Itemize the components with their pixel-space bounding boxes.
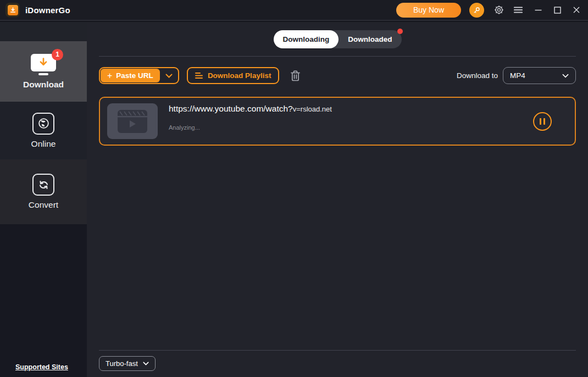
plus-icon: + bbox=[107, 71, 112, 80]
sidebar-top-strip bbox=[0, 22, 87, 41]
paste-url-dropdown-button[interactable] bbox=[160, 68, 178, 83]
tab-downloading[interactable]: Downloading bbox=[274, 30, 339, 48]
film-clapper-icon bbox=[118, 110, 147, 133]
video-thumbnail-placeholder bbox=[107, 103, 158, 139]
gear-icon bbox=[493, 4, 504, 15]
format-value: MP4 bbox=[510, 71, 525, 80]
toolbar-divider bbox=[99, 56, 576, 57]
paste-url-button[interactable]: + Paste URL bbox=[101, 69, 160, 82]
sidebar-item-online[interactable]: Online bbox=[0, 102, 87, 159]
download-task-row: https://www.youtube.com/watch?v=rsload.n… bbox=[99, 97, 576, 146]
maximize-button[interactable] bbox=[553, 6, 561, 14]
chevron-down-icon bbox=[562, 74, 569, 78]
globe-icon bbox=[32, 113, 54, 135]
paste-url-label: Paste URL bbox=[116, 71, 153, 80]
title-bar: iDownerGo Buy Now bbox=[0, 0, 588, 21]
bottom-divider bbox=[99, 350, 576, 351]
download-playlist-button[interactable]: Download Playlist bbox=[187, 67, 280, 84]
chevron-down-icon bbox=[143, 362, 149, 365]
sidebar-item-label: Online bbox=[31, 139, 56, 149]
close-button[interactable] bbox=[573, 6, 580, 14]
sidebar-item-label: Download bbox=[23, 80, 64, 90]
download-status: Analyzing... bbox=[169, 124, 332, 131]
download-count-badge: 1 bbox=[52, 49, 63, 60]
chevron-down-icon bbox=[165, 74, 173, 78]
pause-icon bbox=[540, 118, 541, 125]
buy-now-button[interactable]: Buy Now bbox=[396, 3, 461, 18]
license-key-button[interactable] bbox=[469, 3, 484, 18]
key-icon bbox=[473, 6, 481, 14]
settings-button[interactable] bbox=[493, 4, 504, 15]
speed-mode-value: Turbo-fast bbox=[106, 359, 138, 368]
tab-downloaded[interactable]: Downloaded bbox=[339, 30, 401, 48]
speed-mode-select[interactable]: Turbo-fast bbox=[99, 356, 156, 371]
sidebar: 1 Download Online Convert Supported Site… bbox=[0, 22, 87, 377]
trash-icon bbox=[290, 70, 301, 82]
download-url: https://www.youtube.com/watch?v=rsload.n… bbox=[169, 104, 332, 114]
menu-button[interactable] bbox=[514, 6, 523, 14]
format-select[interactable]: MP4 bbox=[503, 67, 576, 84]
convert-sync-icon bbox=[32, 174, 54, 196]
bottom-bar: Turbo-fast bbox=[87, 350, 588, 377]
sidebar-item-convert[interactable]: Convert bbox=[0, 159, 87, 224]
downloaded-notification-dot bbox=[397, 29, 403, 34]
pause-button[interactable] bbox=[533, 112, 552, 131]
main-panel: Downloading Downloaded + Paste URL Downl… bbox=[87, 22, 588, 377]
download-to-label: Download to bbox=[457, 71, 498, 80]
playlist-icon bbox=[195, 72, 203, 79]
supported-sites-link[interactable]: Supported Sites bbox=[15, 363, 68, 371]
download-state-tabs: Downloading Downloaded bbox=[274, 30, 402, 48]
download-playlist-label: Download Playlist bbox=[208, 71, 271, 80]
sidebar-item-label: Convert bbox=[29, 200, 58, 210]
sidebar-item-download[interactable]: 1 Download bbox=[0, 41, 87, 102]
maximize-icon bbox=[554, 7, 561, 14]
toolbar: + Paste URL Download Playlist Download t… bbox=[99, 67, 576, 84]
app-logo-download-icon bbox=[8, 5, 18, 15]
download-monitor-stand bbox=[38, 73, 48, 75]
app-logo bbox=[5, 3, 20, 17]
delete-all-button[interactable] bbox=[290, 70, 301, 82]
hamburger-menu-icon bbox=[514, 6, 523, 14]
close-icon bbox=[573, 7, 580, 13]
app-title: iDownerGo bbox=[25, 5, 70, 15]
paste-url-split-button: + Paste URL bbox=[99, 67, 179, 84]
minimize-button[interactable] bbox=[534, 6, 542, 14]
minimize-icon bbox=[535, 7, 542, 14]
